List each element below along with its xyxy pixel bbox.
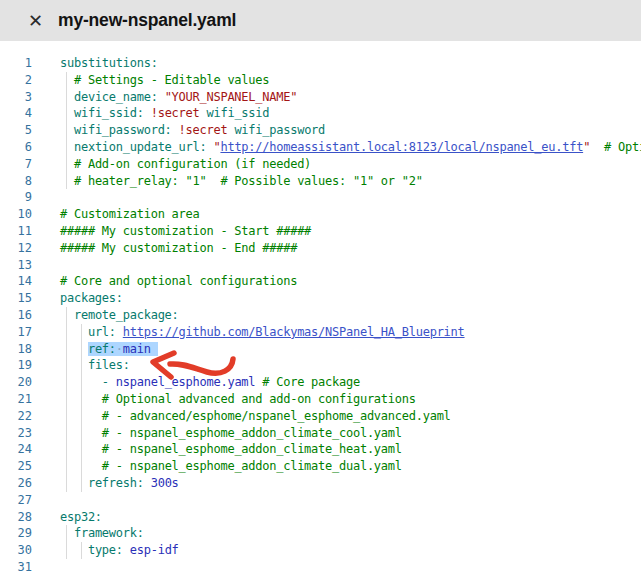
code-line[interactable]: 24 # - nspanel_esphome_addon_climate_hea… (0, 441, 641, 458)
code-text: wifi_password: !secret wifi_password (60, 122, 325, 139)
code-line[interactable]: 7 # Add-on configuration (if needed) (0, 156, 641, 173)
line-number: 21 (0, 391, 32, 408)
line-number: 4 (0, 105, 32, 122)
url-link[interactable]: http://homeassistant.local:8123/local/ns… (220, 140, 583, 154)
close-icon[interactable]: ✕ (28, 12, 43, 30)
indent-spaces (60, 543, 88, 557)
line-number: 16 (0, 307, 32, 324)
code-line[interactable]: 31 (0, 559, 641, 576)
code-text: files: (60, 357, 130, 374)
code-segment: url: (88, 325, 123, 339)
code-line[interactable]: 26 refresh: 300s (0, 475, 641, 492)
code-line[interactable]: 9 (0, 189, 641, 206)
line-number: 25 (0, 458, 32, 475)
code-line[interactable]: 1substitutions: (0, 55, 641, 72)
code-line[interactable]: 15packages: (0, 290, 641, 307)
line-number: 7 (0, 156, 32, 173)
indent-spaces (60, 476, 88, 490)
code-text: esp32: (60, 509, 102, 526)
line-number: 5 (0, 122, 32, 139)
code-segment: # Opti (604, 140, 641, 154)
code-line[interactable]: 13 (0, 257, 641, 274)
code-line[interactable]: 25 # - nspanel_esphome_addon_climate_dua… (0, 458, 641, 475)
code-text: packages: (60, 290, 123, 307)
line-number: 9 (0, 189, 32, 206)
code-text: # - advanced/esphome/nspanel_esphome_adv… (60, 408, 451, 425)
code-line[interactable]: 23 # - nspanel_esphome_addon_climate_coo… (0, 425, 641, 442)
code-text: remote_package: (60, 307, 179, 324)
code-line[interactable]: 4 wifi_ssid: !secret wifi_ssid (0, 105, 641, 122)
line-number: 30 (0, 542, 32, 559)
code-line[interactable]: 19 files: (0, 357, 641, 374)
code-segment: ref: (88, 342, 116, 356)
code-segment: # Core and optional configurations (60, 274, 297, 288)
code-segment: files: (88, 358, 130, 372)
line-number: 26 (0, 475, 32, 492)
code-line[interactable]: 14# Core and optional configurations (0, 273, 641, 290)
code-segment: # - nspanel_esphome_addon_climate_cool.y… (102, 426, 402, 440)
code-line[interactable]: 30 type: esp-idf (0, 542, 641, 559)
code-line[interactable]: 12##### My customization - End ##### (0, 240, 641, 257)
code-line[interactable]: 27 (0, 492, 641, 509)
indent-spaces (60, 358, 88, 372)
line-number: 18 (0, 341, 32, 358)
editor-tab[interactable]: ✕ my-new-nspanel.yaml (0, 0, 641, 41)
code-segment (590, 140, 604, 154)
code-segment: nspanel_esphome.yaml (116, 375, 256, 389)
code-text: # - nspanel_esphome_addon_climate_heat.y… (60, 441, 402, 458)
line-number: 12 (0, 240, 32, 257)
line-number: 1 (0, 55, 32, 72)
code-line[interactable]: 22 # - advanced/esphome/nspanel_esphome_… (0, 408, 641, 425)
line-number: 29 (0, 525, 32, 542)
indent-spaces (60, 157, 74, 171)
code-segment: - (102, 375, 116, 389)
line-number: 6 (0, 139, 32, 156)
code-line[interactable]: 28esp32: (0, 509, 641, 526)
code-line[interactable]: 5 wifi_password: !secret wifi_password (0, 122, 641, 139)
code-line[interactable]: 10# Customization area (0, 206, 641, 223)
code-segment: esp-idf (130, 543, 179, 557)
url-link[interactable]: https://github.com/Blackymas/NSPanel_HA_… (123, 325, 465, 339)
line-number: 24 (0, 441, 32, 458)
code-text: ##### My customization - Start ##### (60, 223, 311, 240)
indent-spaces (60, 140, 74, 154)
code-line[interactable]: 29 framework: (0, 525, 641, 542)
line-number: 3 (0, 89, 32, 106)
code-segment: # Core package (262, 375, 360, 389)
code-segment: wifi_ssid: (74, 106, 151, 120)
code-line[interactable]: 20 - nspanel_esphome.yaml # Core package (0, 374, 641, 391)
line-number: 2 (0, 72, 32, 89)
code-line[interactable]: 17 url: https://github.com/Blackymas/NSP… (0, 324, 641, 341)
code-line[interactable]: 2 # Settings - Editable values (0, 72, 641, 89)
code-text: device_name: "YOUR_NSPANEL_NAME" (60, 89, 297, 106)
code-text: # Customization area (60, 206, 200, 223)
code-line[interactable]: 3 device_name: "YOUR_NSPANEL_NAME" (0, 89, 641, 106)
code-segment: # - nspanel_esphome_addon_climate_heat.y… (102, 442, 402, 456)
code-segment: !secret (179, 123, 228, 137)
code-segment (151, 342, 158, 356)
code-text: refresh: 300s (60, 475, 179, 492)
code-text: - nspanel_esphome.yaml # Core package (60, 374, 360, 391)
code-line[interactable]: 16 remote_package: (0, 307, 641, 324)
code-line[interactable]: 8 # heater_relay: "1" # Possible values:… (0, 173, 641, 190)
code-segment: ##### My customization - End ##### (60, 241, 297, 255)
code-text: url: https://github.com/Blackymas/NSPane… (60, 324, 465, 341)
code-line[interactable]: 18 ref:·main (0, 341, 641, 358)
code-segment: # heater_relay: "1" # Possible values: "… (74, 174, 423, 188)
code-line[interactable]: 6 nextion_update_url: "http://homeassist… (0, 139, 641, 156)
line-number: 20 (0, 374, 32, 391)
code-line[interactable]: 11##### My customization - Start ##### (0, 223, 641, 240)
code-text: framework: (60, 525, 144, 542)
code-text: ##### My customization - End ##### (60, 240, 297, 257)
code-segment: wifi_ssid (200, 106, 270, 120)
code-text: # Add-on configuration (if needed) (60, 156, 311, 173)
line-number: 15 (0, 290, 32, 307)
code-segment: # Settings - Editable values (74, 73, 269, 87)
code-line[interactable]: 21 # Optional advanced and add-on config… (0, 391, 641, 408)
file-title: my-new-nspanel.yaml (58, 10, 236, 31)
line-number: 27 (0, 492, 32, 509)
line-number: 13 (0, 257, 32, 274)
line-number: 19 (0, 357, 32, 374)
code-segment: packages: (60, 291, 123, 305)
code-segment: 300s (151, 476, 179, 490)
